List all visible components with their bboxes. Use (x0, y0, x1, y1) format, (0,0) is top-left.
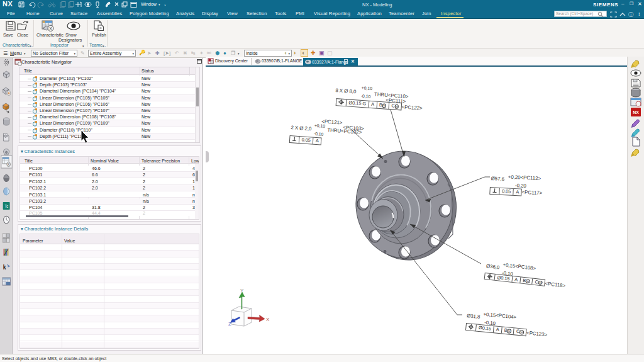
svg-text:Tc: Tc (4, 203, 8, 208)
svg-text:Y: Y (240, 288, 244, 293)
svg-text:X: X (266, 317, 270, 322)
svg-text:X: X (49, 26, 52, 31)
svg-text:k: k (3, 263, 6, 271)
svg-text:NX: NX (633, 110, 639, 115)
svg-text:Z: Z (228, 321, 231, 327)
